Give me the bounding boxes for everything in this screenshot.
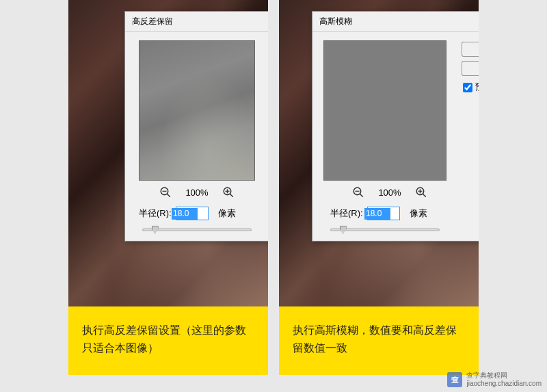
slider-thumb[interactable] [152,226,159,234]
radius-label: 半径(R): [330,207,363,220]
zoom-controls: 100% [299,186,479,198]
caption-left: 执行高反差保留设置（这里的参数只适合本图像） [68,306,268,375]
zoom-in-icon[interactable] [415,186,427,198]
radius-slider[interactable] [330,228,440,231]
preview-checkbox[interactable] [463,83,472,92]
caption-right: 执行高斯模糊，数值要和高反差保留数值一致 [279,306,479,375]
preview-checkbox-row: 预 [462,81,479,93]
unit-label: 像素 [218,207,236,220]
right-panel: 高斯模糊 预 [279,0,479,375]
radius-input-highlight: 18.0 [172,208,198,220]
watermark-line2: jiaocheng.chazidian.com [466,380,542,388]
svg-line-11 [423,194,426,197]
zoom-out-icon[interactable] [352,186,364,198]
svg-line-1 [168,194,171,197]
gaussian-blur-dialog: 高斯模糊 预 [312,11,479,241]
cancel-button[interactable] [462,61,479,76]
svg-line-8 [360,194,364,197]
left-panel: 高反差保留 100% [68,0,268,375]
ok-button[interactable] [462,42,479,57]
radius-input-highlight: 18.0 [364,208,390,220]
watermark-line1: 查字典教程网 [466,371,542,380]
radius-slider[interactable] [142,228,252,231]
unit-label: 像素 [410,207,427,220]
background-image-right: 高斯模糊 预 [279,0,479,306]
zoom-percent: 100% [378,187,401,198]
zoom-controls: 100% [132,186,262,198]
dialog-title: 高反差保留 [125,12,268,32]
slider-thumb[interactable] [340,226,347,234]
radius-row: 半径(R): 18.0 像素 [330,207,479,220]
watermark-logo: 查 [447,372,462,387]
zoom-out-icon[interactable] [159,186,172,198]
zoom-percent: 100% [185,187,208,198]
background-image-left: 高反差保留 100% [68,0,268,306]
zoom-in-icon[interactable] [222,186,235,198]
dialog-title: 高斯模糊 [312,12,479,32]
preview-image [139,40,255,181]
dialog-side-buttons: 预 [462,42,479,93]
preview-checkbox-label: 预 [475,81,479,93]
watermark: 查 查字典教程网 jiaocheng.chazidian.com [447,371,542,388]
radius-label: 半径(R): [139,207,172,220]
high-pass-dialog: 高反差保留 100% [124,11,268,241]
watermark-text: 查字典教程网 jiaocheng.chazidian.com [466,371,542,388]
preview-image [323,40,446,181]
svg-line-4 [230,194,233,197]
radius-row: 半径(R): 18.0 像素 [139,207,262,220]
